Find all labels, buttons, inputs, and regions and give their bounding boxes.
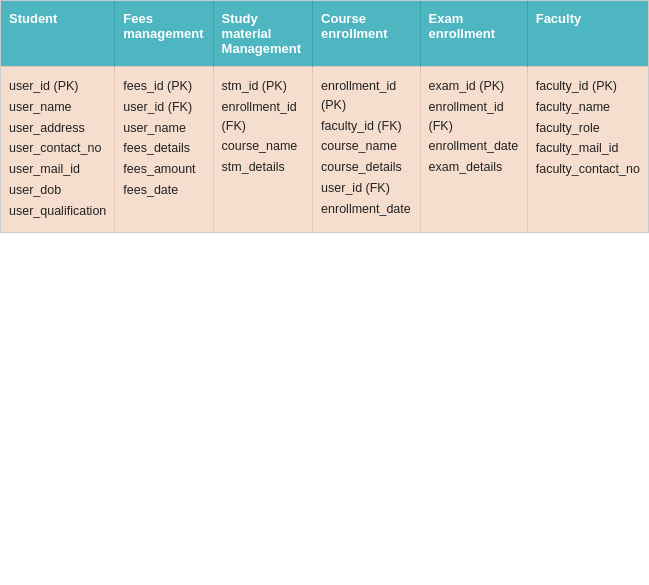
table-row: user_id (PK)user_nameuser_addressuser_co… bbox=[1, 67, 648, 233]
field-item: faculty_role bbox=[536, 119, 640, 138]
field-item: user_dob bbox=[9, 181, 106, 200]
header-course: Course enrollment bbox=[313, 1, 420, 67]
field-item: enrollment_id (FK) bbox=[222, 98, 305, 136]
fees-col: fees_id (PK)user_id (FK)user_namefees_de… bbox=[115, 67, 213, 233]
field-item: faculty_id (FK) bbox=[321, 117, 411, 136]
header-student: Student bbox=[1, 1, 115, 67]
student-col: user_id (PK)user_nameuser_addressuser_co… bbox=[1, 67, 115, 233]
field-item: exam_id (PK) bbox=[429, 77, 519, 96]
field-item: stm_details bbox=[222, 158, 305, 177]
field-item: faculty_name bbox=[536, 98, 640, 117]
study-col: stm_id (PK)enrollment_id (FK)course_name… bbox=[213, 67, 313, 233]
field-item: user_name bbox=[9, 98, 106, 117]
field-item: enrollment_date bbox=[429, 137, 519, 156]
field-item: course_details bbox=[321, 158, 411, 177]
faculty-col: faculty_id (PK)faculty_namefaculty_rolef… bbox=[527, 67, 648, 233]
header-study: Study material Management bbox=[213, 1, 313, 67]
header-fees: Fees management bbox=[115, 1, 213, 67]
header-faculty: Faculty bbox=[527, 1, 648, 67]
header-row: Student Fees management Study material M… bbox=[1, 1, 648, 67]
field-item: fees_id (PK) bbox=[123, 77, 204, 96]
course-col: enrollment_id (PK)faculty_id (FK)course_… bbox=[313, 67, 420, 233]
exam-col: exam_id (PK)enrollment_id (FK)enrollment… bbox=[420, 67, 527, 233]
field-item: user_contact_no bbox=[9, 139, 106, 158]
field-item: faculty_mail_id bbox=[536, 139, 640, 158]
field-item: course_name bbox=[222, 137, 305, 156]
field-item: user_id (FK) bbox=[321, 179, 411, 198]
data-table: Student Fees management Study material M… bbox=[1, 1, 648, 232]
field-item: stm_id (PK) bbox=[222, 77, 305, 96]
field-item: fees_date bbox=[123, 181, 204, 200]
field-item: user_mail_id bbox=[9, 160, 106, 179]
main-table-wrapper: Student Fees management Study material M… bbox=[0, 0, 649, 233]
field-item: faculty_id (PK) bbox=[536, 77, 640, 96]
field-item: enrollment_date bbox=[321, 200, 411, 219]
field-item: enrollment_id (PK) bbox=[321, 77, 411, 115]
field-item: fees_details bbox=[123, 139, 204, 158]
field-item: user_address bbox=[9, 119, 106, 138]
header-exam: Exam enrollment bbox=[420, 1, 527, 67]
field-item: exam_details bbox=[429, 158, 519, 177]
field-item: course_name bbox=[321, 137, 411, 156]
field-item: fees_amount bbox=[123, 160, 204, 179]
field-item: user_qualification bbox=[9, 202, 106, 221]
field-item: user_id (PK) bbox=[9, 77, 106, 96]
field-item: enrollment_id (FK) bbox=[429, 98, 519, 136]
field-item: user_name bbox=[123, 119, 204, 138]
field-item: user_id (FK) bbox=[123, 98, 204, 117]
field-item: faculty_contact_no bbox=[536, 160, 640, 179]
